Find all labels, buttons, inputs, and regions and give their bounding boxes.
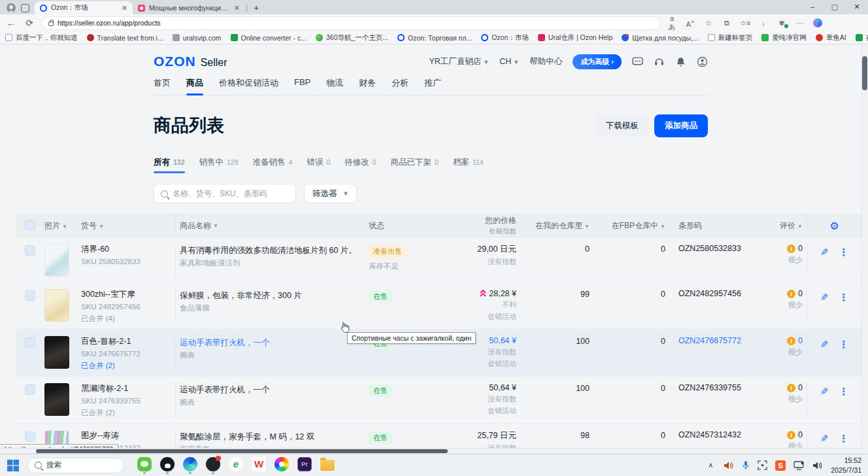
downloads-icon[interactable]: ↓ bbox=[758, 19, 769, 27]
product-photo[interactable] bbox=[44, 336, 69, 369]
bookmark-item[interactable]: Translate text from i... bbox=[87, 34, 163, 42]
recorder-icon[interactable] bbox=[206, 457, 220, 471]
article-name[interactable]: 清界-60 bbox=[81, 244, 171, 255]
rating-count[interactable]: 0 bbox=[798, 289, 803, 298]
bookmark-item[interactable]: Ural仓库 | Ozon Help bbox=[538, 33, 612, 42]
bookmark-item[interactable]: Ozon：市场 bbox=[481, 33, 529, 42]
product-photo[interactable] bbox=[44, 244, 69, 277]
bookmark-item[interactable]: 新建标签页 bbox=[708, 33, 753, 42]
article-name[interactable]: 百色-首标-2-1 bbox=[81, 336, 171, 347]
filters-button[interactable]: 筛选器▼ bbox=[304, 184, 357, 203]
product-title[interactable]: 保鲜膜，包装，非常经济，300 片 bbox=[180, 290, 361, 301]
col-my-stock[interactable]: 在我的仓库里▼ bbox=[520, 220, 593, 231]
col-rating[interactable]: 评价▼ bbox=[767, 220, 807, 231]
bookmark-item[interactable]: 在线转换器 - 免费... bbox=[856, 33, 868, 42]
merged-link[interactable]: 已合并 (2) bbox=[81, 408, 171, 418]
cast-display-icon[interactable] bbox=[793, 461, 805, 470]
row-menu-icon[interactable]: ⋮ bbox=[839, 292, 848, 324]
vertical-scrollbar[interactable] bbox=[861, 44, 868, 454]
taskbar-clock[interactable]: 15:52 2025/7/31 bbox=[831, 456, 861, 474]
tray-chevron-up-icon[interactable]: ∧ bbox=[705, 461, 716, 469]
taskbar-search[interactable]: 搜索 bbox=[27, 458, 124, 473]
qq-icon[interactable] bbox=[160, 457, 175, 471]
product-photo[interactable] bbox=[44, 289, 69, 322]
edit-icon[interactable]: ✎ bbox=[820, 292, 829, 324]
favorite-star-icon[interactable]: ☆ bbox=[703, 19, 714, 27]
price-value[interactable]: 50,64 ¥ bbox=[489, 336, 516, 345]
nav-item[interactable]: 物流 bbox=[326, 77, 343, 95]
language-selector[interactable]: CH▼ bbox=[499, 57, 519, 66]
window-minimize-button[interactable]: – bbox=[801, 0, 824, 14]
address-bar[interactable]: https://seller.ozon.ru/app/products bbox=[42, 17, 660, 29]
merged-link[interactable]: 已合并 (2) bbox=[81, 361, 171, 371]
split-screen-icon[interactable]: ⧉ bbox=[722, 19, 732, 27]
url-text[interactable]: https://seller.ozon.ru/app/products bbox=[58, 19, 161, 27]
col-article[interactable]: 货号▼ bbox=[77, 220, 175, 231]
price-value[interactable]: 50,64 ¥ bbox=[489, 383, 516, 392]
tab-workspaces-icon[interactable] bbox=[21, 4, 29, 12]
ozon-seller-logo[interactable]: OZON Seller bbox=[154, 54, 227, 69]
product-title[interactable]: 运动手表带打火机，一个 bbox=[180, 337, 361, 348]
row-menu-icon[interactable]: ⋮ bbox=[839, 339, 848, 371]
filter-tab[interactable]: 错误 0 bbox=[307, 157, 330, 173]
barcode-value[interactable]: OZN2476339755 bbox=[678, 383, 741, 392]
article-name[interactable]: 图岁--寿涛 bbox=[81, 430, 171, 441]
support-headset-icon[interactable] bbox=[654, 56, 665, 67]
speaker-loud-icon[interactable] bbox=[724, 461, 734, 470]
premiere-icon[interactable] bbox=[297, 457, 312, 471]
more-menu-icon[interactable]: ⋯ bbox=[795, 19, 805, 27]
bookmark-item[interactable]: 章鱼AI bbox=[816, 33, 846, 42]
browser-essentials-icon[interactable]: ✾ bbox=[776, 19, 787, 27]
promo-label[interactable]: 促销活动 bbox=[447, 312, 516, 322]
nav-item[interactable]: 分析 bbox=[392, 77, 409, 95]
back-button[interactable]: ← bbox=[5, 18, 17, 28]
vertical-scrollbar-thumb[interactable] bbox=[862, 56, 867, 90]
rating-count[interactable]: 0 bbox=[798, 430, 803, 439]
row-checkbox[interactable] bbox=[25, 245, 35, 256]
col-fbp-stock[interactable]: 在FBP仓库中▼ bbox=[593, 220, 669, 231]
product-title[interactable]: 运动手表带打火机，一个 bbox=[180, 384, 361, 395]
download-template-button[interactable]: 下载模板 bbox=[595, 114, 649, 137]
filter-tab[interactable]: 准备销售 4 bbox=[253, 157, 293, 173]
bookmark-item[interactable]: 360导航_一个主页... bbox=[316, 33, 388, 42]
edit-icon[interactable]: ✎ bbox=[820, 246, 829, 277]
store-selector[interactable]: YR工厂直销店▼ bbox=[429, 56, 489, 67]
browser-profile-avatar[interactable] bbox=[7, 3, 16, 12]
nav-item[interactable]: 商品 bbox=[186, 77, 203, 95]
edit-icon[interactable]: ✎ bbox=[820, 339, 829, 371]
filter-tab[interactable]: 档案 114 bbox=[453, 157, 484, 173]
merged-link[interactable]: 已合并 (4) bbox=[81, 314, 171, 324]
fit-screen-icon[interactable] bbox=[758, 460, 767, 470]
window-close-button[interactable]: ✕ bbox=[846, 0, 868, 14]
row-menu-icon[interactable]: ⋮ bbox=[839, 246, 848, 277]
account-icon[interactable] bbox=[697, 56, 708, 67]
horizontal-scrollbar[interactable] bbox=[0, 448, 861, 454]
nav-item[interactable]: 财务 bbox=[359, 77, 376, 95]
barcode-value[interactable]: OZN2476675772 bbox=[678, 336, 741, 345]
add-product-button[interactable]: 添加商品 bbox=[654, 114, 708, 137]
filter-tab[interactable]: 待修改 0 bbox=[344, 157, 376, 173]
microphone-icon[interactable] bbox=[742, 460, 750, 470]
nav-item[interactable]: 推广 bbox=[424, 77, 441, 95]
price-value[interactable]: 28,28 ¥ bbox=[489, 289, 516, 298]
filter-tab[interactable]: 销售中 128 bbox=[199, 157, 239, 173]
copilot-icon[interactable] bbox=[813, 18, 822, 27]
product-photo[interactable] bbox=[44, 383, 69, 416]
volume-icon[interactable] bbox=[812, 461, 823, 470]
colorwheel-icon[interactable] bbox=[275, 457, 289, 471]
barcode-value[interactable]: OZN2580532833 bbox=[678, 244, 741, 253]
wps-icon[interactable] bbox=[252, 457, 266, 471]
row-checkbox[interactable] bbox=[25, 337, 35, 348]
product-search[interactable] bbox=[154, 184, 296, 203]
filter-tab[interactable]: 商品已下架 0 bbox=[391, 157, 439, 173]
bookmark-item[interactable]: Щетка для посуды,... bbox=[622, 34, 699, 42]
bookmark-item[interactable]: Online converter - c... bbox=[231, 34, 307, 42]
lock-icon[interactable] bbox=[48, 22, 54, 26]
price-value[interactable]: 25,79 日元 bbox=[477, 430, 516, 441]
product-title[interactable]: 具有消毒作用的强效多功能清洁地板片剂 60 片。 bbox=[180, 245, 361, 256]
rating-count[interactable]: 0 bbox=[798, 244, 803, 253]
select-all-checkbox[interactable] bbox=[25, 220, 35, 230]
col-photo[interactable]: 照片▼ bbox=[41, 220, 77, 231]
refresh-button[interactable]: ⟳ bbox=[24, 18, 35, 28]
bookmark-item[interactable]: 百度一下，你就知道 bbox=[5, 33, 78, 42]
